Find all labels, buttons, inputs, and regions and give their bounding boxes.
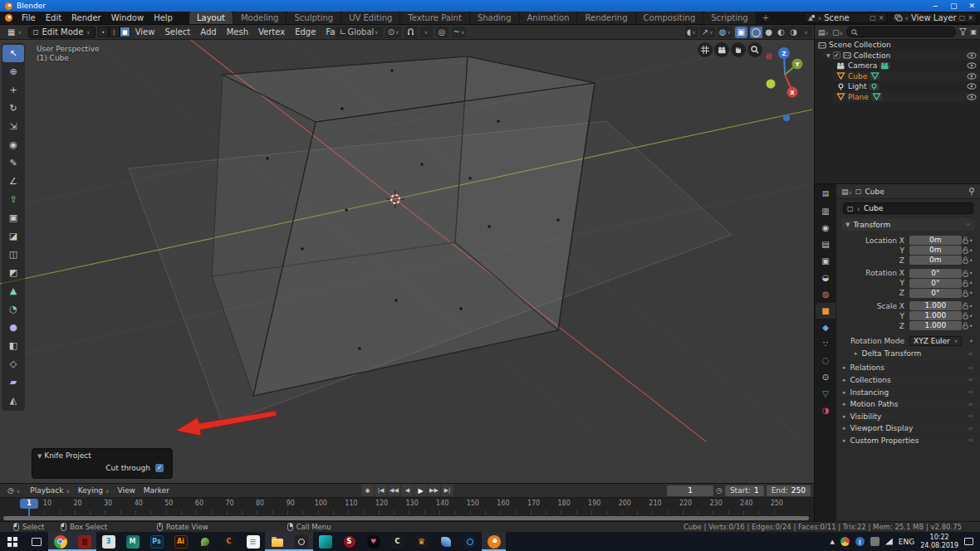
frame-tick-40[interactable]: 40 (135, 500, 143, 507)
knife-project-panel[interactable]: ▼ Knife Project Cut through ✓ (32, 448, 173, 479)
new-layer-icon[interactable]: ▢ (959, 14, 966, 22)
frame-tick-140[interactable]: 140 (436, 500, 448, 507)
panel-drag-handle[interactable]: ≡ (968, 436, 973, 444)
lock-icon[interactable] (963, 312, 968, 319)
properties-tab-output[interactable]: ▤ (816, 236, 835, 252)
jump-start-button[interactable]: |◀ (375, 485, 387, 496)
taskbar-maya[interactable]: M (120, 532, 145, 551)
section-custom-properties[interactable]: ▸Custom Properties≡ (836, 434, 980, 446)
view-layer-selector[interactable]: ∨ View Layer ▢ × (891, 12, 977, 23)
tool-poly-build[interactable]: ▲ (2, 282, 24, 300)
section-viewport-display[interactable]: ▸Viewport Display≡ (836, 422, 980, 435)
tool-shrink-fatten[interactable]: ◇ (2, 355, 24, 373)
eye-icon[interactable] (967, 62, 977, 69)
tool-shear[interactable]: ▰ (2, 373, 24, 391)
jump-end-button[interactable]: ▶| (441, 485, 453, 496)
animate-dot[interactable]: • (969, 312, 973, 320)
lock-icon[interactable] (963, 256, 968, 264)
tool-annotate[interactable]: ✎ (2, 154, 24, 172)
frame-tick-210[interactable]: 210 (649, 500, 661, 507)
section-relations[interactable]: ▸Relations≡ (836, 362, 980, 374)
section-delta-transform[interactable]: ▸Delta Transform≡ (836, 348, 980, 360)
prev-keyframe-button[interactable]: ◀◀ (388, 485, 400, 496)
tool-rotate[interactable]: ↻ (2, 100, 24, 117)
unlink-scene-icon[interactable]: × (879, 14, 884, 22)
overlays-dropdown[interactable]: ◍∨ (718, 27, 733, 38)
frame-tick-150[interactable]: 150 (467, 500, 479, 507)
shading-wireframe-button[interactable]: ◯ (750, 27, 762, 38)
frame-tick-220[interactable]: 220 (679, 500, 692, 507)
lock-icon[interactable] (963, 322, 968, 329)
frame-tick-120[interactable]: 120 (375, 500, 388, 507)
lock-icon[interactable] (963, 280, 968, 287)
taskbar-notes[interactable]: ≡ (241, 532, 265, 551)
eye-icon[interactable] (967, 73, 977, 80)
section-visibility[interactable]: ▸Visibility≡ (836, 410, 980, 422)
tool-edge-slide[interactable]: ◧ (2, 337, 24, 354)
taskbar-photoshop[interactable]: Ps (145, 532, 169, 551)
play-button[interactable]: ▶ (414, 485, 427, 496)
tool-rip-region[interactable]: ◭ (2, 392, 24, 409)
tool-measure[interactable]: ∠ (2, 173, 24, 190)
properties-editor-type-button[interactable]: ▤ (816, 187, 835, 200)
tool-cursor[interactable]: ⊕ (2, 63, 24, 80)
taskbar-heart-app[interactable]: ♥ (361, 532, 385, 551)
falloff-dropdown[interactable]: ~∨ (452, 27, 467, 38)
clock[interactable]: 10:22 24.08.2019 (920, 534, 958, 549)
taskbar-red-s-app[interactable]: S (337, 532, 361, 551)
tray-pause-icon[interactable]: ‖ (855, 537, 865, 546)
properties-tab-particles[interactable]: ∵ (816, 336, 835, 352)
frame-tick-250[interactable]: 250 (771, 500, 783, 507)
eye-icon[interactable] (967, 94, 977, 100)
workspace-tab-modeling[interactable]: Modeling (233, 12, 287, 24)
vertex-select-button[interactable]: ∙ (98, 27, 109, 37)
next-keyframe-button[interactable]: ▶▶ (428, 485, 440, 496)
collapse-arrow-icon[interactable]: ▼ (37, 453, 42, 460)
frame-tick-30[interactable]: 30 (104, 500, 112, 507)
frame-tick-20[interactable]: 20 (73, 500, 81, 507)
tool-scale[interactable]: ⇲ (2, 118, 24, 135)
menu-file[interactable]: File (17, 12, 41, 24)
lock-icon[interactable] (963, 246, 968, 254)
transform-value-field[interactable]: 0° (909, 289, 962, 298)
workspace-tab-shading[interactable]: Shading (470, 12, 520, 24)
properties-tab-object-data[interactable]: ▽ (816, 386, 835, 402)
frame-tick-160[interactable]: 160 (497, 500, 509, 507)
workspace-tab-animation[interactable]: Animation (520, 12, 578, 24)
transform-value-field[interactable]: 1.000 (909, 311, 962, 320)
frame-tick-230[interactable]: 230 (709, 500, 722, 507)
animate-dot[interactable]: • (969, 302, 973, 310)
viewmenu-edge[interactable]: Edge (290, 27, 321, 37)
transform-value-field[interactable]: 0° (909, 279, 962, 288)
eye-icon[interactable] (967, 83, 977, 90)
tool-loop-cut[interactable]: ◫ (2, 246, 24, 263)
transform-value-field[interactable]: 0m (909, 236, 962, 245)
taskbar-green-app[interactable] (193, 532, 217, 551)
filter-icon[interactable] (959, 28, 967, 36)
record-button[interactable]: ◉ (361, 485, 374, 496)
tray-chrome-icon[interactable] (840, 537, 850, 546)
animate-dot[interactable]: • (969, 337, 973, 345)
current-frame-field[interactable]: 1 (667, 485, 713, 496)
outliner-editor-type-button[interactable]: ▤∨ (818, 28, 829, 37)
shading-solid-button[interactable]: ● (762, 27, 775, 38)
pan-icon[interactable] (731, 42, 746, 57)
camera-view-icon[interactable] (714, 42, 729, 57)
timeline-menu-keying[interactable]: Keying∨ (74, 486, 114, 495)
outliner-item-cube[interactable]: Cube (833, 71, 980, 82)
blender-menu-icon[interactable] (5, 14, 12, 22)
frame-tick-80[interactable]: 80 (256, 500, 264, 507)
frame-tick-60[interactable]: 60 (195, 500, 203, 507)
frame-tick-190[interactable]: 190 (588, 500, 600, 507)
transform-value-field[interactable]: 0m (909, 256, 962, 265)
taskbar-crown-app[interactable]: ♛ (409, 532, 434, 551)
properties-tab-modifiers[interactable]: ◆ (816, 319, 835, 335)
outliner-collection[interactable]: ▼✓Collection (823, 51, 980, 61)
frame-tick-70[interactable]: 70 (225, 500, 233, 507)
close-button[interactable]: ✕ (968, 2, 975, 10)
tool-knife[interactable]: ◩ (2, 264, 24, 281)
menu-edit[interactable]: Edit (41, 12, 66, 24)
pivot-point-button[interactable]: ⊙∨ (386, 27, 401, 38)
language-indicator[interactable]: ENG (899, 538, 914, 546)
taskbar-blender[interactable] (482, 532, 506, 551)
